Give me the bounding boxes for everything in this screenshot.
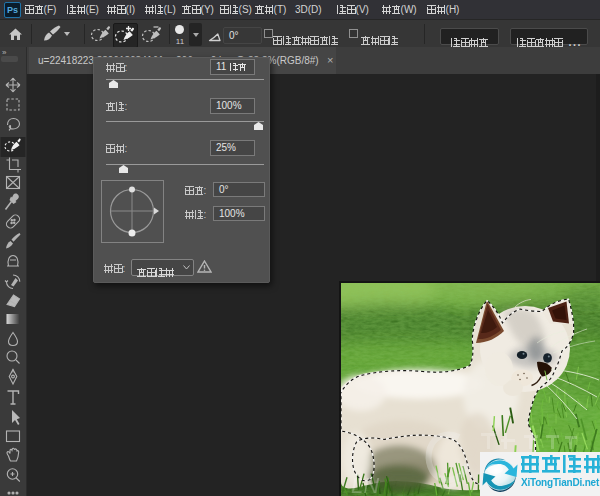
svg-text:LN: LN <box>351 473 379 496</box>
